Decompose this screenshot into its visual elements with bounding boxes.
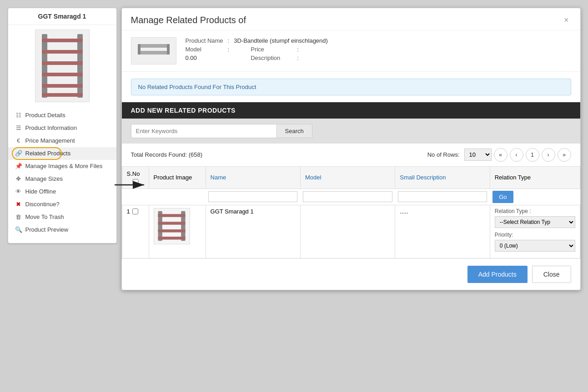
- model-label: Model: [186, 46, 223, 53]
- image-filter-cell: [149, 189, 206, 205]
- description-label: Description: [251, 55, 292, 61]
- svg-rect-19: [158, 237, 186, 240]
- name-filter-input[interactable]: [208, 191, 297, 202]
- svg-rect-18: [158, 229, 186, 233]
- sidebar-image-container: [8, 25, 116, 107]
- sidebar-item-product-preview[interactable]: 🔍 Product Preview: [8, 223, 116, 236]
- link-icon: 🔗: [15, 150, 22, 157]
- price-label: Price: [251, 46, 292, 53]
- products-table: S.No Product Image Name Model Small: [122, 166, 580, 258]
- sidebar-item-product-details[interactable]: ☷ Product Details: [8, 109, 116, 122]
- svg-rect-4: [42, 61, 83, 65]
- pagination-controls: No of Rows: 10 25 50 « ‹ 1 › »: [427, 148, 571, 162]
- model-column-header[interactable]: Model: [300, 166, 395, 189]
- last-page-button[interactable]: »: [558, 148, 571, 162]
- arrow-indicator: [112, 178, 149, 193]
- row-product-image: [154, 208, 190, 244]
- svg-rect-0: [42, 34, 47, 98]
- pagination-section: Total Records Found: (658) No of Rows: 1…: [122, 144, 580, 166]
- svg-rect-10: [138, 44, 170, 48]
- row-image-cell: [149, 205, 206, 258]
- rows-label: No of Rows:: [427, 151, 460, 158]
- small-description-column-header[interactable]: Small Description: [395, 166, 490, 189]
- description-filter-cell: [395, 189, 490, 205]
- name-filter-cell: [206, 189, 300, 205]
- row-description-cell: .....: [395, 205, 490, 258]
- paperclip-icon: 📌: [15, 163, 22, 170]
- model-filter-cell: [300, 189, 395, 205]
- price-amount: 0.00: [186, 55, 223, 61]
- sidebar-item-related-products[interactable]: 🔗 Related Products: [8, 147, 116, 160]
- sidebar-item-product-information[interactable]: ☰ Product Information: [8, 122, 116, 134]
- row-model-cell: [300, 205, 395, 258]
- search-input[interactable]: [131, 124, 276, 138]
- svg-rect-6: [42, 84, 83, 88]
- relation-type-select[interactable]: --Select Relation Typ: [495, 216, 575, 228]
- product-thumbnail: [35, 30, 90, 102]
- svg-rect-7: [42, 93, 83, 97]
- add-new-related-header: ADD NEW RELATED PRODUCTS: [122, 102, 580, 119]
- eye-icon: 👁: [15, 188, 22, 195]
- product-details-grid: Product Name : 3D-Bandteile (stumpf eins…: [186, 37, 328, 61]
- rows-per-page-select[interactable]: 10 25 50: [464, 149, 492, 161]
- grid-icon: ☷: [15, 112, 22, 119]
- product-name-label: Product Name: [186, 37, 223, 44]
- product-info-section: Product Name : 3D-Bandteile (stumpf eins…: [122, 30, 580, 72]
- model-filter-input[interactable]: [303, 191, 392, 202]
- priority-select[interactable]: 0 (Low): [495, 240, 575, 252]
- svg-rect-1: [77, 34, 83, 98]
- svg-rect-12: [138, 44, 141, 55]
- euro-icon: €: [15, 137, 22, 144]
- svg-rect-11: [138, 51, 170, 55]
- modal-header: Manage Related Products of ×: [122, 8, 580, 30]
- row-sno-cell: 1: [122, 205, 149, 258]
- row-relation-type-cell: Relation Type : --Select Relation Typ Pr…: [490, 205, 580, 258]
- svg-rect-2: [42, 39, 83, 42]
- add-products-button[interactable]: Add Products: [467, 266, 528, 283]
- manage-related-products-modal: Manage Related Products of × Product Nam…: [121, 8, 581, 290]
- list-icon: ☰: [15, 124, 22, 132]
- sidebar-item-discontinue[interactable]: ✖ Discontinue?: [8, 198, 116, 211]
- current-page-button[interactable]: 1: [526, 148, 539, 162]
- first-page-button[interactable]: «: [494, 148, 508, 162]
- sidebar-title: GGT Smaragd 1: [8, 8, 116, 25]
- svg-rect-16: [158, 214, 186, 217]
- sidebar-item-manage-sizes[interactable]: ✥ Manage Sizes: [8, 173, 116, 185]
- description-filter-input[interactable]: [398, 191, 487, 202]
- svg-rect-3: [42, 50, 83, 54]
- modal-footer: Add Products Close: [122, 258, 580, 290]
- trash-icon: 🗑: [15, 213, 22, 221]
- sidebar-item-hide-offline[interactable]: 👁 Hide Offline: [8, 185, 116, 198]
- no-products-notice: No Related Products Found For This Produ…: [131, 79, 571, 95]
- prev-page-button[interactable]: ‹: [510, 148, 523, 162]
- product-info-thumbnail: [131, 37, 176, 65]
- name-column-header[interactable]: Name: [206, 166, 300, 189]
- resize-icon: ✥: [15, 175, 22, 183]
- close-button[interactable]: Close: [532, 266, 571, 283]
- search-section: Search: [122, 119, 580, 144]
- product-name-value: 3D-Bandteile (stumpf einschlagend): [234, 37, 328, 44]
- next-page-button[interactable]: ›: [542, 148, 555, 162]
- sidebar-item-manage-images[interactable]: 📌 Manage Images & More Files: [8, 160, 116, 173]
- svg-rect-13: [167, 44, 170, 55]
- relation-filter-cell: Go: [490, 189, 580, 205]
- svg-rect-5: [42, 73, 83, 76]
- svg-rect-17: [158, 222, 186, 225]
- modal-title: Manage Related Products of: [131, 15, 246, 25]
- cross-icon: ✖: [15, 201, 22, 208]
- zoom-icon: 🔍: [15, 226, 22, 233]
- total-records: Total Records Found: (658): [131, 151, 203, 158]
- row-checkbox[interactable]: [132, 208, 138, 214]
- relation-type-column-header: Relation Type: [490, 166, 580, 189]
- sidebar-navigation: ☷ Product Details ☰ Product Information …: [8, 107, 116, 238]
- go-filter-button[interactable]: Go: [493, 191, 513, 203]
- table-row: 1: [122, 205, 580, 258]
- sidebar: GGT Smaragd 1 ☷ Product Details: [8, 8, 117, 243]
- sidebar-item-move-to-trash[interactable]: 🗑 Move To Trash: [8, 211, 116, 223]
- sidebar-item-price-management[interactable]: € Price Management: [8, 134, 116, 147]
- row-name-cell: GGT Smaragd 1: [206, 205, 300, 258]
- search-button[interactable]: Search: [276, 124, 312, 138]
- product-image-column-header: Product Image: [149, 166, 206, 189]
- modal-close-button[interactable]: ×: [562, 15, 571, 25]
